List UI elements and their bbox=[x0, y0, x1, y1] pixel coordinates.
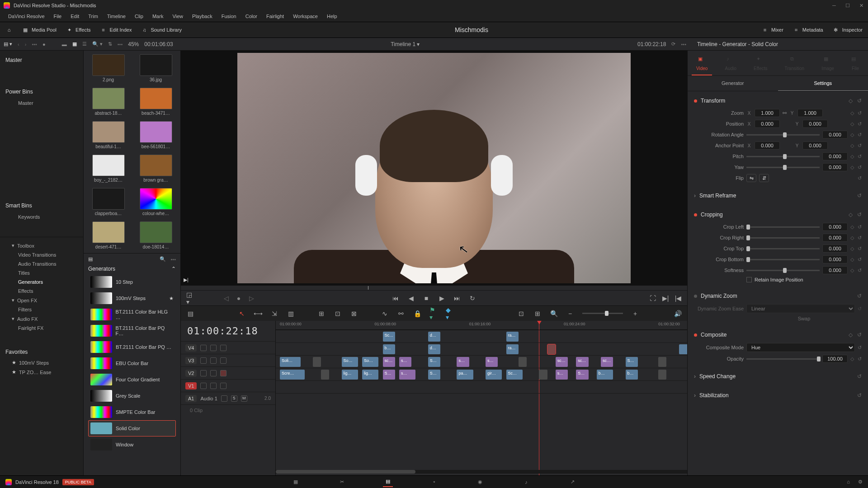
in-out-icon[interactable]: ◲ ▾ bbox=[186, 295, 193, 302]
color-page[interactable]: ◉ bbox=[475, 477, 485, 487]
clip[interactable] bbox=[519, 357, 527, 367]
rotation-field[interactable]: 0.000 bbox=[822, 131, 848, 139]
clip[interactable]: Sc… bbox=[383, 332, 395, 342]
view-grid[interactable]: ▦ bbox=[72, 41, 77, 47]
prev-edit-icon[interactable]: |◀ bbox=[675, 295, 682, 302]
bin-dropdown[interactable]: ▤ ▾ bbox=[4, 41, 12, 47]
cut-page[interactable]: ✂ bbox=[337, 477, 347, 487]
menu-fairlight[interactable]: Fairlight bbox=[262, 14, 288, 19]
zoom-slider[interactable] bbox=[582, 313, 623, 314]
menu-view[interactable]: View bbox=[168, 14, 188, 19]
clip[interactable]: ra… bbox=[506, 344, 519, 354]
clip-thumb[interactable]: bee-561801… bbox=[136, 121, 176, 149]
clip-thumb[interactable]: 2.png bbox=[88, 54, 128, 82]
crop-left-slider[interactable] bbox=[746, 226, 820, 228]
clip-thumb[interactable]: clapperboa… bbox=[88, 188, 128, 216]
clip[interactable] bbox=[539, 370, 547, 380]
zoom-in-button[interactable]: + bbox=[631, 310, 639, 318]
selection-tool[interactable]: ↖ bbox=[238, 310, 246, 318]
master-bin[interactable]: Master bbox=[5, 54, 78, 66]
zoom-detail-icon[interactable]: ⊞ bbox=[533, 310, 542, 318]
composite-mode-select[interactable]: Hue bbox=[746, 343, 855, 352]
clip[interactable]: S… bbox=[576, 370, 588, 380]
lock-icon[interactable] bbox=[200, 357, 207, 364]
tree-item[interactable]: Titles bbox=[5, 268, 78, 277]
clip[interactable]: ra… bbox=[506, 332, 519, 342]
clip[interactable]: s… bbox=[399, 370, 415, 380]
auto-select-icon[interactable] bbox=[210, 357, 217, 364]
go-start-button[interactable]: ⏮ bbox=[392, 295, 399, 302]
opacity-slider[interactable] bbox=[746, 358, 820, 360]
clip-thumb[interactable]: 36.jpg bbox=[136, 54, 176, 82]
clip[interactable]: gir… bbox=[486, 370, 502, 380]
clip[interactable]: S… bbox=[428, 357, 440, 367]
dynamic-zoom-heading[interactable]: Dynamic Zoom bbox=[701, 293, 737, 299]
ease-select[interactable]: Linear bbox=[746, 304, 855, 313]
audio-icon[interactable]: 🔊 bbox=[674, 310, 682, 318]
tree-item[interactable]: Generators bbox=[5, 277, 78, 286]
metadata-button[interactable]: ⌗Metadata bbox=[793, 26, 823, 33]
menu-color[interactable]: Color bbox=[241, 14, 262, 19]
tree-item[interactable]: Keywords bbox=[5, 212, 78, 221]
clip[interactable]: lig… bbox=[342, 370, 358, 380]
crop-bottom-slider[interactable] bbox=[746, 259, 820, 260]
clip-thumb[interactable]: boy_-_2182… bbox=[88, 155, 128, 183]
deliver-page[interactable]: ↗ bbox=[567, 477, 577, 487]
generator-item[interactable]: Grey Scale bbox=[88, 388, 176, 404]
track-lane[interactable]: Scre…lig…lig…S…s…S…pa…gir…Sc…s…S…b…b… bbox=[276, 368, 687, 380]
loop-button[interactable]: ↻ bbox=[469, 295, 476, 302]
generator-item[interactable]: BT.2111 Color Bar PQ F… bbox=[88, 323, 176, 339]
zoom-fit-icon[interactable]: ⊡ bbox=[517, 310, 525, 318]
tree-item[interactable]: Filters bbox=[5, 305, 78, 314]
auto-select-icon[interactable] bbox=[210, 370, 217, 376]
inspector-tab-transition[interactable]: ⧉Transition bbox=[780, 54, 809, 75]
play-button[interactable]: ▶ bbox=[438, 295, 445, 302]
sort-button[interactable]: ⇅ bbox=[108, 41, 112, 47]
transform-heading[interactable]: Transform bbox=[701, 98, 725, 104]
generator-item[interactable]: SMPTE Color Bar bbox=[88, 404, 176, 420]
inspector-tab-file[interactable]: ▤File bbox=[847, 54, 864, 75]
clip[interactable]: pa… bbox=[457, 370, 473, 380]
auto-select-icon[interactable] bbox=[210, 383, 217, 389]
retain-checkbox[interactable] bbox=[746, 277, 752, 282]
clip-thumb[interactable]: beach-3471… bbox=[136, 88, 176, 116]
fairlight-page[interactable]: ♪ bbox=[521, 477, 531, 487]
lock-icon[interactable] bbox=[200, 370, 207, 376]
pos-x-field[interactable]: 0.000 bbox=[755, 120, 780, 128]
yaw-slider[interactable] bbox=[746, 167, 820, 168]
clip[interactable]: So… bbox=[342, 357, 358, 367]
subtab-settings[interactable]: Settings bbox=[778, 76, 868, 91]
generator-item[interactable]: Four Color Gradient bbox=[88, 371, 176, 388]
clip[interactable] bbox=[547, 344, 556, 354]
menu-mark[interactable]: Mark bbox=[148, 14, 168, 19]
fx-expand-icon[interactable]: ▤ bbox=[88, 256, 93, 262]
collapse-icon[interactable]: ⌃ bbox=[171, 266, 176, 272]
generator-item[interactable]: BT.2111 Color Bar PQ … bbox=[88, 339, 176, 355]
track-enable-icon[interactable] bbox=[220, 345, 226, 351]
menu-edit[interactable]: Edit bbox=[66, 14, 84, 19]
menu-clip[interactable]: Clip bbox=[130, 14, 148, 19]
viewer-scrubber[interactable] bbox=[181, 286, 687, 290]
insert-tool[interactable]: ⊞ bbox=[317, 310, 326, 318]
menu-davinci-resolve[interactable]: DaVinci Resolve bbox=[4, 14, 49, 19]
replace-tool[interactable]: ⊠ bbox=[350, 310, 358, 318]
clip[interactable] bbox=[313, 357, 321, 367]
anchor-y-field[interactable]: 0.000 bbox=[802, 141, 828, 150]
loop-icon[interactable]: ⟳ bbox=[671, 41, 675, 47]
softness-slider[interactable] bbox=[746, 270, 820, 271]
viewer-zoom[interactable]: 45% bbox=[128, 41, 139, 47]
generator-item[interactable]: Window bbox=[88, 436, 176, 453]
clip[interactable]: Sc… bbox=[506, 370, 523, 380]
track-header[interactable]: V1 bbox=[181, 379, 275, 392]
clip[interactable]: S… bbox=[626, 357, 638, 367]
timeline-scrollbar[interactable] bbox=[276, 470, 415, 474]
flag-tool[interactable]: ⚑ ▾ bbox=[429, 310, 438, 318]
go-end-button[interactable]: ⏭ bbox=[453, 295, 461, 302]
clip[interactable]: sc… bbox=[601, 357, 613, 367]
favorite-item[interactable]: ★ TP ZO… Ease bbox=[5, 367, 78, 377]
track-header[interactable]: A1Audio 1SM2.0 bbox=[181, 392, 275, 404]
fx-search[interactable]: 🔍 bbox=[160, 256, 166, 262]
settings-icon[interactable]: ⚙ bbox=[858, 479, 863, 485]
view-list[interactable]: ☰ bbox=[82, 41, 87, 47]
menu-playback[interactable]: Playback bbox=[188, 14, 217, 19]
